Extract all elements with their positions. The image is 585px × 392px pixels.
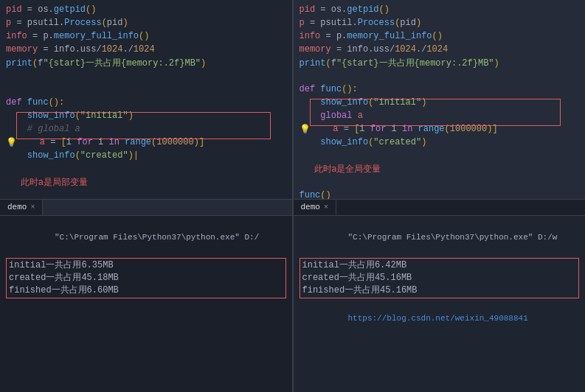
right-terminal: demo × "C:\Program Files\Python37\python… — [294, 199, 586, 393]
right-terminal-tabs: demo × — [294, 200, 586, 216]
close-tab-icon[interactable]: × — [324, 203, 328, 211]
code-line: global a — [294, 109, 586, 122]
left-terminal-content: "C:\Program Files\Python37\python.exe" D… — [0, 216, 292, 303]
code-line: pid = os.getpid() — [294, 3, 586, 16]
right-terminal-content: "C:\Program Files\Python37\python.exe" D… — [294, 216, 586, 340]
code-line: info = p.memory_full_info() — [0, 29, 292, 43]
code-line: 💡 a = [i for i in range(1000000)] — [0, 136, 292, 149]
code-line: show_info("created")| — [0, 149, 292, 162]
code-line: # global a — [0, 122, 292, 136]
watermark: https://blog.csdn.net/weixin_49088841 — [300, 300, 580, 337]
close-tab-icon[interactable]: × — [30, 203, 35, 211]
code-line: memory = info.uss/1024./1024 — [294, 43, 586, 56]
left-terminal-tabs: demo × — [0, 200, 292, 216]
right-output-box: initial一共占用6.42MB created一共占用45.16MB fin… — [300, 258, 580, 298]
code-line: show_info("created") — [294, 136, 586, 149]
code-line: pid = os.getpid() — [0, 3, 292, 16]
right-code-area: pid = os.getpid() p = psutil.Process(pid… — [294, 0, 586, 199]
code-line: print(f"{start}一共占用{memory:.2f}MB") — [0, 56, 292, 69]
output-line-3: finished一共占用6.60MB — [9, 284, 283, 297]
code-line — [0, 189, 292, 199]
code-line: def func(): — [0, 96, 292, 109]
code-line: show_info("initial") — [0, 109, 292, 122]
right-demo-tab[interactable]: demo × — [294, 200, 336, 215]
left-demo-tab[interactable]: demo × — [0, 200, 43, 215]
code-line — [294, 69, 586, 83]
code-line: memory = info.uss/1024./1024 — [0, 43, 292, 56]
output-line-3: finished一共占用45.16MB — [302, 284, 577, 297]
code-line — [0, 83, 292, 96]
code-line: def func(): — [294, 83, 586, 96]
left-output-box: initial一共占用6.35MB created一共占用45.18MB fin… — [6, 258, 286, 298]
left-terminal: demo × "C:\Program Files\Python37\python… — [0, 199, 292, 393]
note-right: 此时a是全局变量 — [294, 162, 586, 175]
code-line: p = psutil.Process(pid) — [0, 16, 292, 29]
left-code-area: pid = os.getpid() p = psutil.Process(pid… — [0, 0, 292, 199]
left-terminal-path: "C:\Program Files\Python37\python.exe" D… — [6, 219, 286, 256]
right-terminal-path: "C:\Program Files\Python37\python.exe" D… — [300, 219, 580, 256]
right-panel: pid = os.getpid() p = psutil.Process(pid… — [294, 0, 586, 392]
output-line-1: initial一共占用6.35MB — [9, 259, 283, 272]
code-line: func() — [294, 189, 586, 199]
output-line-2: created一共占用45.18MB — [9, 272, 283, 284]
left-panel: pid = os.getpid() p = psutil.Process(pid… — [0, 0, 293, 392]
code-line: p = psutil.Process(pid) — [294, 16, 586, 29]
code-line — [294, 175, 586, 189]
code-line — [0, 69, 292, 83]
main-content: pid = os.getpid() p = psutil.Process(pid… — [0, 0, 585, 392]
code-line: info = p.memory_full_info() — [294, 29, 586, 43]
output-line-1: initial一共占用6.42MB — [302, 259, 577, 272]
code-line: 💡 a = [i for i in range(1000000)] — [294, 122, 586, 136]
code-line: show_info("initial") — [294, 96, 586, 109]
code-line: print(f"{start}一共占用{memory:.2f}MB") — [294, 56, 586, 69]
output-line-2: created一共占用45.16MB — [302, 272, 577, 284]
note-left: 此时a是局部变量 — [0, 175, 292, 189]
